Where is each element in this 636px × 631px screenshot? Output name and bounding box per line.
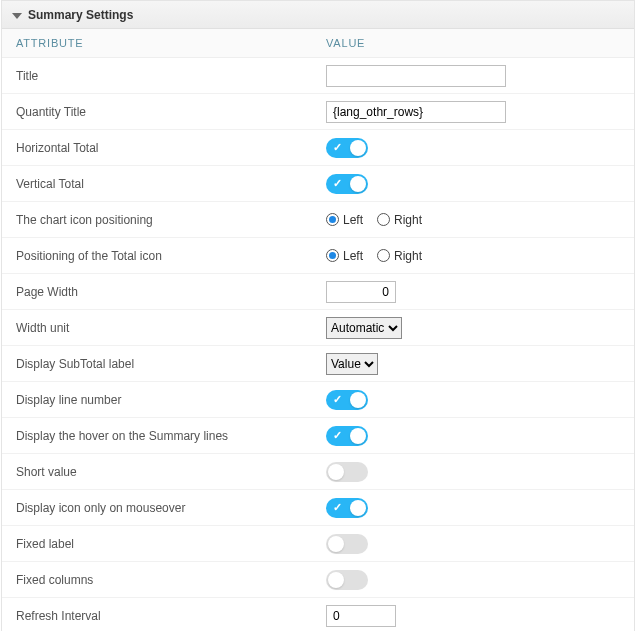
toggle-vertical-total[interactable]: ✓ — [326, 174, 368, 194]
input-quantity-title[interactable] — [326, 101, 506, 123]
toggle-display-hover[interactable]: ✓ — [326, 426, 368, 446]
row-display-subtotal: Display SubTotal label Value — [2, 346, 634, 382]
label-total-icon-pos: Positioning of the Total icon — [2, 249, 320, 263]
label-page-width: Page Width — [2, 285, 320, 299]
toggle-fixed-label[interactable] — [326, 534, 368, 554]
select-width-unit[interactable]: Automatic — [326, 317, 402, 339]
input-refresh-interval[interactable] — [326, 605, 396, 627]
radio-total-left[interactable] — [326, 249, 339, 262]
radio-label-chart-left: Left — [343, 213, 363, 227]
toggle-display-line-number[interactable]: ✓ — [326, 390, 368, 410]
row-horizontal-total: Horizontal Total ✓ — [2, 130, 634, 166]
row-display-hover: Display the hover on the Summary lines ✓ — [2, 418, 634, 454]
label-refresh-interval: Refresh Interval — [2, 609, 320, 623]
label-title: Title — [2, 69, 320, 83]
input-title[interactable] — [326, 65, 506, 87]
panel-title: Summary Settings — [28, 8, 133, 22]
label-display-hover: Display the hover on the Summary lines — [2, 429, 320, 443]
column-header-value: VALUE — [320, 37, 634, 49]
label-chart-icon-pos: The chart icon positioning — [2, 213, 320, 227]
radio-label-total-left: Left — [343, 249, 363, 263]
label-quantity-title: Quantity Title — [2, 105, 320, 119]
toggle-icon-mouseover[interactable]: ✓ — [326, 498, 368, 518]
label-short-value: Short value — [2, 465, 320, 479]
row-page-width: Page Width — [2, 274, 634, 310]
row-total-icon-pos: Positioning of the Total icon Left Right — [2, 238, 634, 274]
row-chart-icon-pos: The chart icon positioning Left Right — [2, 202, 634, 238]
label-vertical-total: Vertical Total — [2, 177, 320, 191]
row-icon-mouseover: Display icon only on mouseover ✓ — [2, 490, 634, 526]
row-width-unit: Width unit Automatic — [2, 310, 634, 346]
radio-group-total-icon-pos: Left Right — [326, 249, 432, 263]
select-display-subtotal[interactable]: Value — [326, 353, 378, 375]
row-short-value: Short value — [2, 454, 634, 490]
collapse-icon — [12, 13, 22, 19]
label-fixed-label: Fixed label — [2, 537, 320, 551]
label-width-unit: Width unit — [2, 321, 320, 335]
label-horizontal-total: Horizontal Total — [2, 141, 320, 155]
radio-chart-left[interactable] — [326, 213, 339, 226]
toggle-short-value[interactable] — [326, 462, 368, 482]
row-vertical-total: Vertical Total ✓ — [2, 166, 634, 202]
radio-label-total-right: Right — [394, 249, 422, 263]
column-headers: ATTRIBUTE VALUE — [2, 29, 634, 58]
row-display-line-number: Display line number ✓ — [2, 382, 634, 418]
radio-total-right[interactable] — [377, 249, 390, 262]
radio-label-chart-right: Right — [394, 213, 422, 227]
summary-settings-panel: Summary Settings ATTRIBUTE VALUE Title Q… — [1, 0, 635, 631]
row-fixed-label: Fixed label — [2, 526, 634, 562]
input-page-width[interactable] — [326, 281, 396, 303]
row-refresh-interval: Refresh Interval — [2, 598, 634, 631]
row-fixed-columns: Fixed columns — [2, 562, 634, 598]
label-fixed-columns: Fixed columns — [2, 573, 320, 587]
panel-header[interactable]: Summary Settings — [2, 1, 634, 29]
label-icon-mouseover: Display icon only on mouseover — [2, 501, 320, 515]
label-display-line-number: Display line number — [2, 393, 320, 407]
radio-chart-right[interactable] — [377, 213, 390, 226]
row-title: Title — [2, 58, 634, 94]
row-quantity-title: Quantity Title — [2, 94, 634, 130]
column-header-attribute: ATTRIBUTE — [2, 37, 320, 49]
label-display-subtotal: Display SubTotal label — [2, 357, 320, 371]
toggle-horizontal-total[interactable]: ✓ — [326, 138, 368, 158]
toggle-fixed-columns[interactable] — [326, 570, 368, 590]
radio-group-chart-icon-pos: Left Right — [326, 213, 432, 227]
